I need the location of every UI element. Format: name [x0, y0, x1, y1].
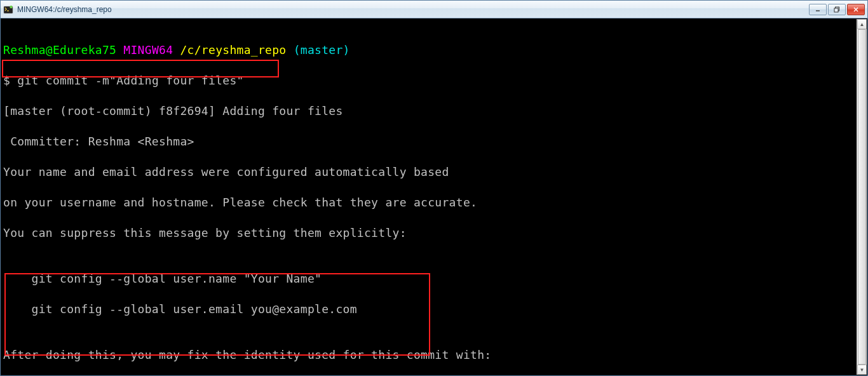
- scroll-thumb[interactable]: [858, 29, 866, 365]
- titlebar[interactable]: MINGW64:/c/reyshma_repo: [1, 1, 867, 18]
- svg-point-2: [10, 5, 12, 8]
- scrollbar[interactable]: ▲ ▼: [857, 19, 867, 375]
- terminal-content[interactable]: Reshma@Edureka75 MINGW64 /c/reyshma_repo…: [1, 18, 867, 375]
- scroll-down-button[interactable]: ▼: [857, 365, 867, 375]
- output-line: Your name and email address were configu…: [3, 164, 865, 180]
- close-button[interactable]: [847, 4, 865, 15]
- svg-rect-5: [834, 8, 838, 12]
- output-line: After doing this, you may fix the identi…: [3, 347, 865, 363]
- window-controls: [808, 4, 865, 15]
- scroll-up-button[interactable]: ▲: [857, 19, 867, 29]
- output-line: Committer: Reshma <Reshma>: [3, 134, 865, 149]
- window-title: MINGW64:/c/reyshma_repo: [17, 5, 808, 14]
- prompt-line: Reshma@Edureka75 MINGW64 /c/reyshma_repo…: [3, 43, 865, 58]
- prompt-path: /c/reyshma_repo: [180, 43, 286, 57]
- output-line: on your username and hostname. Please ch…: [3, 195, 865, 210]
- terminal-window: MINGW64:/c/reyshma_repo Reshma@Edureka75…: [0, 0, 868, 376]
- command-text: git commit -m"Adding four files": [17, 74, 243, 87]
- prompt-env: MINGW64: [123, 43, 173, 57]
- scroll-track[interactable]: [857, 29, 867, 365]
- prompt-symbol: $: [3, 74, 17, 87]
- minimize-button[interactable]: [809, 4, 827, 15]
- output-line: git config --global user.email you@examp…: [3, 302, 865, 317]
- output-line: You can suppress this message by setting…: [3, 225, 865, 241]
- output-line: [master (root-commit) f8f2694] Adding fo…: [3, 104, 865, 119]
- maximize-button[interactable]: [828, 4, 846, 15]
- output-line: git config --global user.name "Your Name…: [3, 271, 865, 286]
- prompt-branch: (master): [294, 43, 350, 57]
- command-line: $ git commit -m"Adding four files": [3, 73, 865, 88]
- prompt-user: Reshma@Edureka75: [3, 43, 116, 57]
- app-icon: [3, 4, 13, 15]
